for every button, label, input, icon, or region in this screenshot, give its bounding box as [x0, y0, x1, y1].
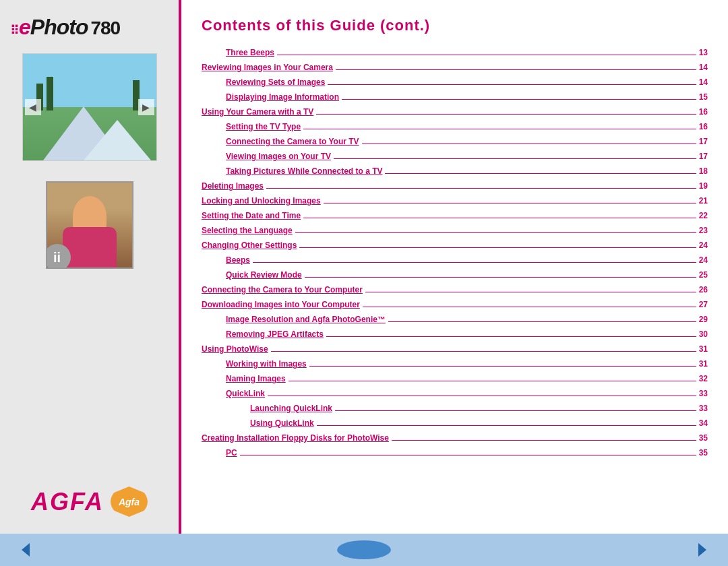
toc-entry: Three Beeps13 — [202, 46, 708, 59]
toc-entry: PC35 — [202, 447, 708, 459]
forward-arrow-icon — [693, 540, 712, 559]
toc-dots — [365, 292, 696, 292]
toc-dots — [303, 218, 696, 218]
image-prev-button[interactable]: ◀ — [25, 99, 41, 115]
toc-entry: Working with Images31 — [202, 358, 708, 370]
toc-entry: Selecting the Language23 — [202, 224, 708, 237]
dots-decoration: ⠿ — [10, 24, 18, 37]
toc-page-number: 17 — [699, 135, 708, 148]
toc-link[interactable]: Three Beeps — [226, 46, 274, 59]
toc-entry: Viewing Images on Your TV17 — [202, 150, 708, 162]
toc-page-number: 21 — [699, 195, 708, 207]
landscape-image: ◀ ▶ — [22, 53, 157, 161]
toc-link[interactable]: Locking and Unlocking Images — [202, 195, 321, 207]
toc-link[interactable]: Reviewing Images in Your Camera — [202, 61, 333, 73]
toc-link[interactable]: Connecting the Camera to Your Computer — [202, 284, 363, 296]
toc-entry: Beeps24 — [202, 254, 708, 266]
toc-dots — [271, 351, 696, 352]
toc-dots — [336, 69, 696, 70]
toc-link[interactable]: Using Your Camera with a TV — [202, 106, 313, 118]
toc-entry: Setting the Date and Time22 — [202, 210, 708, 222]
toc-dots — [388, 321, 696, 322]
toc-link[interactable]: Removing JPEG Artifacts — [226, 328, 324, 340]
toc-link[interactable]: QuickLink — [226, 387, 265, 400]
toc-dots — [299, 247, 696, 248]
toc-link[interactable]: Using QuickLink — [250, 417, 314, 429]
image-next-button[interactable]: ▶ — [138, 99, 154, 115]
toc-entry: Image Resolution and Agfa PhotoGenie™29 — [202, 313, 708, 325]
person-body — [63, 227, 117, 268]
toc-page-number: 33 — [699, 387, 708, 400]
logo-area: ⠿ePhoto780 — [0, 7, 179, 46]
toc-entry: Downloading Images into Your Computer27 — [202, 298, 708, 311]
toc-dots — [326, 336, 696, 337]
person-thumbnail: ii — [46, 181, 133, 269]
toc-dots — [253, 262, 696, 263]
toc-dots — [295, 232, 696, 233]
toc-link[interactable]: Image Resolution and Agfa PhotoGenie™ — [226, 313, 386, 325]
toc-dots — [335, 410, 696, 411]
toc-page-number: 30 — [699, 328, 708, 340]
toc-entry: Locking and Unlocking Images21 — [202, 195, 708, 207]
toc-link[interactable]: Naming Images — [226, 373, 286, 385]
toc-link[interactable]: Setting the Date and Time — [202, 210, 301, 222]
agfa-badge-label: Agfa — [119, 497, 140, 507]
toc-dots — [392, 440, 696, 441]
toc-link[interactable]: Setting the TV Type — [226, 121, 301, 133]
toc-page-number: 19 — [699, 180, 708, 192]
toc-entry: Displaying Image Information15 — [202, 91, 708, 103]
toc-link[interactable]: Beeps — [226, 254, 250, 266]
toc-dots — [324, 203, 696, 203]
toc-dots — [385, 173, 696, 174]
toc-link[interactable]: Working with Images — [226, 358, 307, 370]
bottom-navigation-bar — [0, 534, 728, 566]
toc-link[interactable]: Selecting the Language — [202, 224, 293, 237]
toc-page-number: 14 — [699, 61, 708, 73]
toc-entry: Deleting Images19 — [202, 180, 708, 192]
toc-page-number: 14 — [699, 76, 708, 88]
toc-page-number: 15 — [699, 91, 708, 103]
toc-link[interactable]: Downloading Images into Your Computer — [202, 298, 360, 311]
toc-link[interactable]: Quick Review Mode — [226, 269, 302, 281]
toc-entry: Using QuickLink34 — [202, 417, 708, 429]
toc-link[interactable]: PC — [226, 447, 237, 459]
toc-link[interactable]: Deleting Images — [202, 180, 264, 192]
toc-link[interactable]: Changing Other Settings — [202, 239, 297, 251]
toc-page-number: 23 — [699, 224, 708, 237]
toc-page-number: 31 — [699, 358, 708, 370]
back-button[interactable] — [13, 538, 38, 562]
content-area: Contents of this Guide (cont.) Three Bee… — [181, 0, 728, 534]
toc-page-number: 18 — [699, 165, 708, 177]
toc-entry: Using PhotoWise31 — [202, 343, 708, 355]
toc-dots — [316, 114, 696, 115]
toc-page-number: 22 — [699, 210, 708, 222]
toc-link[interactable]: Using PhotoWise — [202, 343, 268, 355]
toc-page-number: 17 — [699, 150, 708, 162]
toc-link[interactable]: Launching QuickLink — [250, 402, 332, 414]
toc-page-number: 13 — [699, 46, 708, 59]
toc-link[interactable]: Viewing Images on Your TV — [226, 150, 331, 162]
toc-page-number: 29 — [699, 313, 708, 325]
center-oval-decoration — [337, 540, 391, 559]
svg-marker-1 — [698, 543, 706, 557]
logo-photo: Photo — [30, 15, 88, 39]
toc-link[interactable]: Taking Pictures While Connected to a TV — [226, 165, 382, 177]
toc-page-number: 35 — [699, 432, 708, 444]
toc-dots — [277, 55, 696, 55]
toc-link[interactable]: Displaying Image Information — [226, 91, 339, 103]
toc-dots — [309, 366, 696, 367]
main-layout: ⠿ePhoto780 ◀ ▶ ii AGFA — [0, 0, 728, 534]
toc-link[interactable]: Creating Installation Floppy Disks for P… — [202, 432, 389, 444]
forward-button[interactable] — [690, 538, 715, 562]
sidebar: ⠿ePhoto780 ◀ ▶ ii AGFA — [0, 0, 179, 534]
toc-page-number: 33 — [699, 402, 708, 414]
toc-page-number: 16 — [699, 121, 708, 133]
toc-dots — [266, 188, 696, 189]
toc-link[interactable]: Reviewing Sets of Images — [226, 76, 325, 88]
toc-entry: Setting the TV Type16 — [202, 121, 708, 133]
logo-model: 780 — [90, 18, 120, 38]
toc-link[interactable]: Connecting the Camera to Your TV — [226, 135, 359, 148]
back-arrow-icon — [16, 540, 35, 559]
toc-dots — [289, 381, 696, 381]
page-title: Contents of this Guide (cont.) — [202, 17, 708, 34]
